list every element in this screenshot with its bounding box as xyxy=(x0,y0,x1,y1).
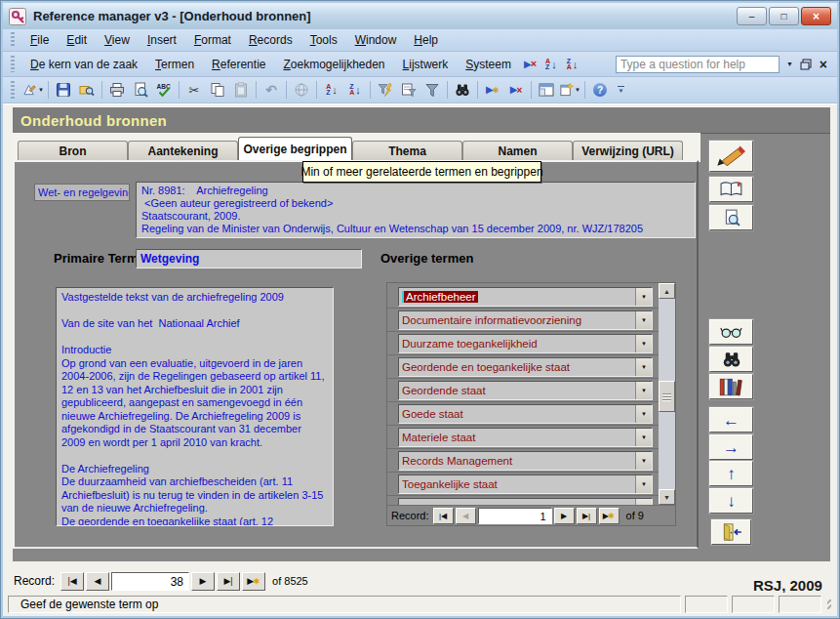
tab-namen[interactable]: Namen xyxy=(462,141,573,160)
spelling-button[interactable]: ABC xyxy=(153,80,175,100)
first-record-button[interactable]: |◀ xyxy=(433,508,454,524)
term-combobox[interactable]: Materiele staat ▼ xyxy=(398,428,653,447)
sort-descending-button[interactable]: ZA ↓ xyxy=(344,80,366,100)
menu-file[interactable]: File xyxy=(21,30,58,50)
term-combobox[interactable]: Geordende en toegankelijke staat ▼ xyxy=(398,357,653,377)
minimize-button[interactable]: – xyxy=(737,7,767,25)
menu-format[interactable]: Format xyxy=(185,30,240,50)
search-binoculars-button[interactable] xyxy=(709,347,753,372)
previous-button[interactable]: ← xyxy=(709,407,753,433)
apply-filter-button[interactable] xyxy=(421,80,443,100)
term-combobox[interactable]: Geordende staat ▼ xyxy=(398,381,653,400)
scroll-up-button[interactable]: ▲ xyxy=(659,283,675,299)
help-dropdown-icon[interactable]: ▼ xyxy=(783,59,796,69)
term-combobox-empty[interactable]: ▼ xyxy=(398,498,653,505)
filter-by-selection-button[interactable] xyxy=(375,80,396,100)
tab-verwijzing-url[interactable]: Verwijzing (URL) xyxy=(573,141,683,160)
toolbar-grip[interactable] xyxy=(11,81,15,99)
menu-insert[interactable]: Insert xyxy=(139,30,185,50)
filter-by-form-button[interactable] xyxy=(398,80,420,100)
sort-ascending-icon[interactable]: AZ ↓ xyxy=(545,59,557,70)
form-view-button[interactable]: ▼ xyxy=(22,80,44,100)
menu-edit[interactable]: Edit xyxy=(58,30,96,50)
next-record-button[interactable]: ▶ xyxy=(191,572,215,591)
terms-scrollbar[interactable]: ▲ ▼ xyxy=(659,283,675,505)
term-combobox[interactable]: Documentaire informatievoorziening ▼ xyxy=(398,310,653,330)
menu-referentie[interactable]: Referentie xyxy=(203,55,274,74)
record-number-box[interactable]: 1 xyxy=(478,508,552,524)
edit-source-button[interactable] xyxy=(709,141,753,172)
menu-lijstwerk[interactable]: Lijstwerk xyxy=(394,55,458,74)
combo-dropdown-button[interactable]: ▼ xyxy=(635,405,652,423)
menu-de-kern-van-de-zaak[interactable]: De kern van de zaak xyxy=(21,55,146,74)
tab-bron[interactable]: Bron xyxy=(18,141,128,160)
menu-records[interactable]: Records xyxy=(240,30,301,50)
menu-tools[interactable]: Tools xyxy=(301,30,346,50)
file-search-button[interactable] xyxy=(76,80,98,100)
sort-descending-icon[interactable]: ZA ↓ xyxy=(567,59,579,70)
scroll-down-button[interactable]: ▼ xyxy=(659,489,675,505)
exit-form-button[interactable] xyxy=(711,519,751,545)
undo-button[interactable]: ↶ xyxy=(260,80,282,100)
delete-record-button[interactable]: ▶× xyxy=(505,80,527,100)
next-button[interactable]: → xyxy=(709,434,753,460)
toolbar-close-icon[interactable]: × xyxy=(816,57,831,72)
last-record-button[interactable]: ▶| xyxy=(577,508,597,524)
open-book-button[interactable] xyxy=(709,177,753,202)
help-search-input[interactable] xyxy=(616,56,780,73)
database-window-button[interactable] xyxy=(536,80,557,100)
maximize-button[interactable]: □ xyxy=(769,7,799,25)
tab-aantekening[interactable]: Aantekening xyxy=(128,141,238,160)
help-button[interactable]: ? xyxy=(589,80,611,100)
menu-zoekmogelijkheden[interactable]: Zoekmogelijkheden xyxy=(274,55,393,74)
menu-view[interactable]: View xyxy=(96,30,139,50)
last-record-button[interactable]: ▶| xyxy=(217,572,240,591)
combo-dropdown-button[interactable]: ▼ xyxy=(635,429,652,446)
new-record-button[interactable]: ▶∗ xyxy=(242,572,265,591)
restore-window-icon[interactable] xyxy=(800,59,812,70)
paste-button[interactable] xyxy=(230,80,252,100)
preview-document-button[interactable] xyxy=(709,205,753,230)
close-button[interactable]: × xyxy=(801,7,831,25)
new-record-button[interactable]: ▶∗ xyxy=(482,80,503,100)
tab-overige-begrippen[interactable]: Overige begrippen xyxy=(238,137,352,160)
record-number-box[interactable]: 38 xyxy=(111,572,189,591)
menu-window[interactable]: Window xyxy=(346,30,406,50)
find-button[interactable] xyxy=(452,80,473,100)
new-record-button[interactable]: ▶∗ xyxy=(599,508,620,524)
delete-record-icon[interactable]: ▶× xyxy=(524,59,537,69)
resize-grip[interactable] xyxy=(827,599,831,609)
first-record-button[interactable]: |◀ xyxy=(60,572,84,591)
primary-term-input[interactable]: Wetgeving xyxy=(136,249,362,268)
memo-text-area[interactable]: Vastgestelde tekst van de archiefregelin… xyxy=(56,287,334,526)
previous-record-button[interactable]: ◀ xyxy=(86,572,109,591)
combo-dropdown-button[interactable]: ▼ xyxy=(635,358,652,376)
term-combobox[interactable]: Archiefbeheer ▼ xyxy=(398,287,653,307)
term-combobox[interactable]: Goede staat ▼ xyxy=(398,404,653,424)
menu-termen[interactable]: Termen xyxy=(146,55,203,74)
next-record-button[interactable]: ▶ xyxy=(554,508,575,524)
down-button[interactable]: ↓ xyxy=(709,488,753,514)
read-glasses-button[interactable] xyxy=(709,319,753,345)
cut-button[interactable]: ✂ xyxy=(183,80,205,100)
save-button[interactable] xyxy=(53,80,74,100)
term-combobox[interactable]: Records Management ▼ xyxy=(398,451,653,471)
new-object-button[interactable]: ▼ xyxy=(559,80,580,100)
toolbar-grip[interactable] xyxy=(11,56,15,73)
source-description-box[interactable]: Nr. 8981: Archiefregeling <Geen auteur g… xyxy=(136,182,696,238)
library-button[interactable] xyxy=(709,374,753,399)
toolbar-grip[interactable] xyxy=(11,32,15,47)
combo-dropdown-button[interactable]: ▼ xyxy=(635,288,652,306)
print-preview-button[interactable] xyxy=(130,80,151,100)
combo-dropdown-button[interactable]: ▼ xyxy=(635,311,652,329)
combo-dropdown-button[interactable]: ▼ xyxy=(635,382,652,399)
copy-button[interactable] xyxy=(207,80,228,100)
previous-record-button[interactable]: ◀ xyxy=(456,508,476,524)
combo-dropdown-button[interactable]: ▼ xyxy=(635,475,652,493)
term-combobox[interactable]: Duurzame toegankelijkheid ▼ xyxy=(398,334,653,353)
menu-help[interactable]: Help xyxy=(405,30,447,50)
print-button[interactable] xyxy=(106,80,128,100)
sort-ascending-button[interactable]: AZ ↓ xyxy=(321,80,342,100)
combo-dropdown-button[interactable]: ▼ xyxy=(635,452,652,470)
combo-dropdown-button[interactable]: ▼ xyxy=(635,335,652,352)
